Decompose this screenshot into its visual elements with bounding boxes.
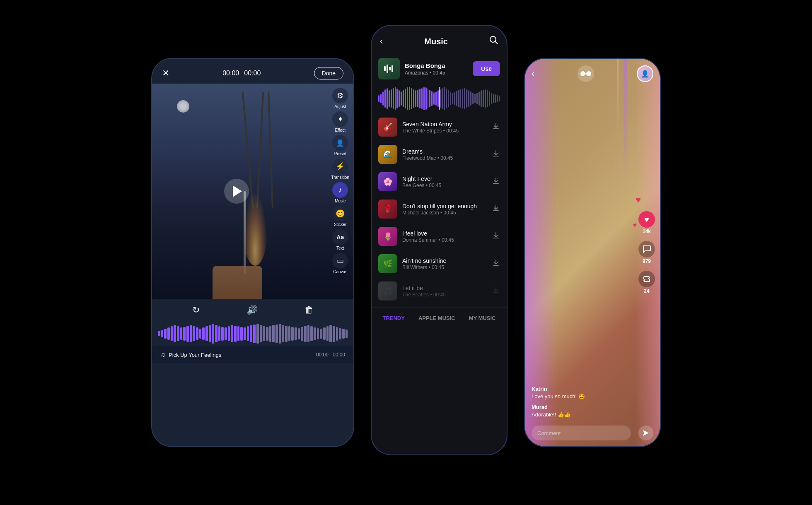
track-name-6: Let it be bbox=[402, 285, 487, 291]
comment-action[interactable]: 979 bbox=[638, 241, 655, 264]
track-row-5[interactable]: 🌿 Ain't no sunshine Bill Withers • 00:45 bbox=[372, 250, 507, 277]
wave-bar-center-31 bbox=[442, 88, 443, 109]
download-button-4[interactable] bbox=[492, 231, 500, 242]
right-video-background: ‹ 👤 ♥ ♥ ♥ 14k bbox=[525, 59, 660, 446]
tool-preset[interactable]: 👤 Preset bbox=[331, 135, 349, 156]
wave-bar-center-46 bbox=[472, 93, 474, 104]
close-button[interactable]: ✕ bbox=[162, 68, 169, 79]
music-icon: ♪ bbox=[332, 182, 348, 198]
featured-thumb bbox=[378, 58, 400, 79]
search-icon bbox=[489, 36, 498, 45]
wave-bar-center-52 bbox=[485, 89, 486, 108]
wave-bar-left-33 bbox=[263, 326, 265, 341]
right-phone: ‹ 👤 ♥ ♥ ♥ 14k bbox=[524, 58, 661, 447]
like-action[interactable]: ♥ 14k bbox=[638, 211, 655, 234]
wave-bar-left-27 bbox=[244, 327, 246, 340]
wave-bar-center-58 bbox=[497, 95, 498, 102]
tab-my-music[interactable]: MY MUSIC bbox=[466, 313, 499, 323]
hand bbox=[213, 266, 262, 299]
download-button-0[interactable] bbox=[492, 122, 500, 132]
wave-bar-center-3 bbox=[384, 89, 386, 108]
wave-bar-left-39 bbox=[282, 325, 284, 342]
done-button[interactable]: Done bbox=[314, 67, 343, 79]
wave-bar-left-51 bbox=[320, 329, 322, 339]
download-button-1[interactable] bbox=[492, 149, 500, 160]
track-row-0[interactable]: 🎸 Seven Nation Army The White Stripes • … bbox=[372, 113, 507, 141]
right-back-button[interactable]: ‹ bbox=[532, 68, 534, 79]
track-row-4[interactable]: 🌷 I feel love Donna Summer • 00:45 bbox=[372, 223, 507, 250]
left-phone: ✕ 00:00 00:00 Done ⚙ bbox=[151, 58, 354, 447]
featured-separator: • bbox=[430, 70, 433, 76]
tool-canvas[interactable]: ▭ Canvas bbox=[331, 253, 349, 274]
track-thumb-5: 🌿 bbox=[378, 254, 397, 273]
tool-effect[interactable]: ✦ Effect bbox=[331, 111, 349, 132]
download-button-5[interactable] bbox=[492, 259, 500, 269]
wave-bar-left-40 bbox=[285, 326, 288, 342]
featured-track[interactable]: Bonga Bonga Amazonas • 00:45 Use bbox=[372, 54, 507, 84]
sticker-label: Sticker bbox=[334, 222, 347, 227]
wave-bar-left-41 bbox=[288, 326, 291, 341]
wave-bar-left-12 bbox=[196, 327, 198, 340]
featured-track-meta: Amazonas • 00:45 bbox=[405, 70, 468, 76]
share-action[interactable]: 24 bbox=[638, 271, 655, 294]
download-button-3[interactable] bbox=[492, 204, 500, 214]
wave-bar-center-43 bbox=[466, 89, 467, 108]
comment-count: 979 bbox=[643, 258, 651, 264]
floating-heart-1: ♥ bbox=[633, 221, 637, 229]
search-button[interactable] bbox=[489, 36, 498, 47]
delete-button[interactable]: 🗑 bbox=[304, 305, 314, 315]
wave-bar-left-45 bbox=[301, 327, 303, 341]
wave-bar-left-56 bbox=[336, 327, 338, 341]
preset-label: Preset bbox=[334, 152, 346, 156]
infinity-icon bbox=[578, 65, 594, 82]
play-button[interactable] bbox=[224, 179, 249, 204]
tab-trendy[interactable]: TRENDY bbox=[379, 313, 408, 323]
comments-section: Katrin Love you so much! 🤩 Murad Adorabl… bbox=[525, 385, 635, 421]
tab-apple-music[interactable]: APPLE MUSIC bbox=[415, 313, 459, 323]
adjust-icon: ⚙ bbox=[332, 88, 348, 103]
featured-track-name: Bonga Bonga bbox=[405, 62, 468, 69]
music-tabs: TRENDY APPLE MUSIC MY MUSIC bbox=[372, 307, 507, 327]
wave-bar-center-12 bbox=[403, 90, 404, 107]
svg-rect-5 bbox=[392, 65, 393, 72]
tool-text[interactable]: Aa Text bbox=[331, 229, 349, 250]
track-name-1: Dreams bbox=[402, 148, 487, 155]
wave-bar-left-57 bbox=[339, 328, 341, 339]
loop-button[interactable]: ↻ bbox=[192, 305, 200, 315]
wave-bar-left-54 bbox=[329, 325, 332, 342]
back-button[interactable]: ‹ bbox=[380, 36, 383, 47]
volume-button[interactable]: 🔊 bbox=[247, 305, 258, 315]
sparkler-main-stick bbox=[244, 191, 246, 274]
tool-adjust[interactable]: ⚙ Adjust bbox=[331, 88, 349, 109]
track-thumb-6: 🎵 bbox=[378, 281, 397, 301]
tool-transition[interactable]: ⚡ Transition bbox=[331, 159, 349, 180]
track-row-1[interactable]: 🌊 Dreams Fleetwood Mac • 00:45 bbox=[372, 141, 507, 168]
featured-waveform[interactable] bbox=[378, 87, 500, 110]
comment-input[interactable]: Comment bbox=[532, 426, 631, 440]
download-button-6[interactable] bbox=[492, 286, 500, 296]
song-name: Pick Up Your Feelings bbox=[169, 352, 221, 358]
download-icon-2 bbox=[492, 177, 500, 185]
track-thumb-0: 🎸 bbox=[378, 118, 397, 137]
repost-icon bbox=[642, 274, 651, 284]
wave-bar-left-13 bbox=[199, 329, 202, 339]
use-button[interactable]: Use bbox=[473, 61, 500, 76]
wave-bar-left-24 bbox=[234, 326, 237, 342]
text-icon: Aa bbox=[332, 229, 348, 245]
stick-2 bbox=[256, 92, 264, 208]
wave-bar-center-22 bbox=[423, 87, 425, 110]
wave-bar-left-47 bbox=[307, 325, 310, 342]
tool-music[interactable]: ♪ Music bbox=[331, 182, 349, 203]
download-button-2[interactable] bbox=[492, 177, 500, 187]
effect-label: Effect bbox=[335, 128, 346, 132]
svg-rect-11 bbox=[493, 265, 499, 266]
track-row-3[interactable]: 🌹 Don't stop till you get enough Michael… bbox=[372, 195, 507, 223]
track-row-6[interactable]: 🎵 Let it be The Beatles • 00:45 bbox=[372, 277, 507, 305]
commenter-name-0: Katrin bbox=[532, 386, 547, 392]
tool-sticker[interactable]: 😊 Sticker bbox=[331, 206, 349, 227]
track-thumb-2: 🌸 bbox=[378, 172, 397, 191]
wave-bar-center-56 bbox=[493, 94, 494, 103]
track-row-2[interactable]: 🌸 Night Fever Bee Gees • 00:45 bbox=[372, 168, 507, 195]
send-button[interactable] bbox=[638, 426, 653, 440]
wave-bar-left-59 bbox=[346, 329, 348, 338]
